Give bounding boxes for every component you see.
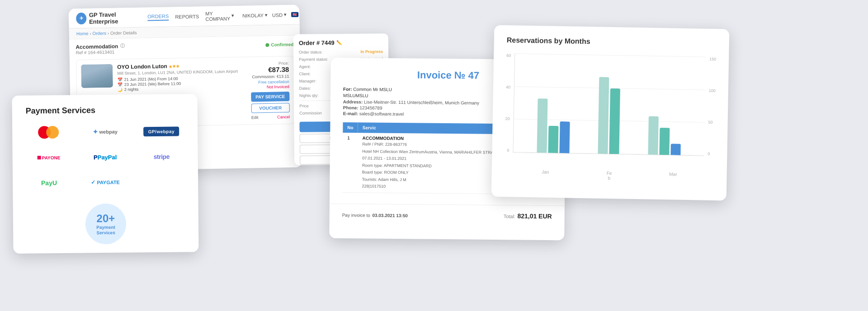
row-no: 1 bbox=[342, 133, 358, 192]
hotel-dates: 📅 21 Jun 2021 (Mo) From 14:00 📅 23 Jun 2… bbox=[118, 75, 246, 92]
webpay-logo: ✦ webpay bbox=[82, 123, 128, 141]
flag-icon: 🇬🇧 bbox=[291, 12, 298, 17]
nav-links: ORDERS REPORTS MY COMPANY ▾ bbox=[147, 10, 234, 23]
bar-jan-teal bbox=[548, 126, 558, 153]
x-label-jan: Jan bbox=[513, 169, 577, 180]
dates-label: Dates: bbox=[299, 86, 311, 91]
webpay-star-icon: ✦ bbox=[92, 128, 98, 135]
chart-bars-area bbox=[513, 53, 706, 156]
gp-webpay-text: GP/webpay bbox=[144, 126, 179, 136]
chart-y-right: 150 100 50 0 bbox=[704, 57, 716, 156]
bar-feb-teal-light bbox=[598, 77, 609, 154]
hotel-info: OYO London Luton ★★★ Mill Street, 1, Lon… bbox=[117, 62, 246, 98]
hotel-image bbox=[81, 64, 113, 88]
invoice-pay-by: Pay invoice to 03.03.2021 13:50 bbox=[342, 210, 408, 218]
invoice-total: Total: 821,01 EUR bbox=[504, 212, 552, 220]
x-label-mar: Mar bbox=[641, 171, 705, 182]
order-status-row: Order status: In Progress bbox=[299, 49, 383, 55]
col-no: No bbox=[343, 122, 358, 133]
confirmed-dot bbox=[265, 43, 269, 46]
payment-status-label: Payment status: bbox=[299, 57, 328, 62]
for-name: Common Mr MSLU bbox=[353, 87, 392, 92]
app-name: GP Travel Enterprise bbox=[89, 10, 140, 25]
price-value: €87.38 bbox=[250, 65, 289, 74]
nav-right: NIKOLAY ▾ USD ▾ 🇬🇧 ENG ▾ bbox=[242, 11, 302, 19]
invoice-footer: Pay invoice to 03.03.2021 13:50 Total: 8… bbox=[330, 203, 565, 227]
nights-label: Nights qty: bbox=[299, 93, 319, 97]
breadcrumb-orders[interactable]: Orders bbox=[92, 31, 106, 36]
for-company: MSLUMSLU bbox=[343, 93, 368, 98]
x-label-feb: Feb bbox=[577, 170, 642, 181]
breadcrumb-home[interactable]: Home bbox=[76, 31, 89, 36]
not-invoiced: Not Invoiced bbox=[251, 84, 289, 89]
free-cancellation: Free cancellation bbox=[250, 79, 289, 84]
order-status-value: In Progress bbox=[361, 49, 383, 54]
mc-orange-circle bbox=[46, 126, 59, 139]
mastercard-logo bbox=[26, 124, 71, 141]
payone-text: PAYONE bbox=[42, 155, 61, 160]
voucher-button[interactable]: VOUCHER bbox=[251, 103, 290, 113]
for-label: For: bbox=[343, 87, 352, 92]
paygate-check-icon: ✓ bbox=[91, 179, 95, 186]
paypal-text: PPayPal bbox=[94, 153, 117, 160]
info-icon: ⓘ bbox=[120, 43, 125, 49]
payone-icon bbox=[38, 156, 41, 159]
price-label: Price bbox=[299, 104, 309, 108]
section-title: Accommodation ⓘ bbox=[75, 43, 125, 50]
twenty-plus-circle: 20+ PaymentServices bbox=[85, 204, 127, 245]
chart-card: Reservations by Months 60 40 20 0 bbox=[491, 25, 730, 200]
edit-link[interactable]: Edit bbox=[251, 115, 259, 120]
hotel-price-col: Price: €87.38 Commission: €13.11 Free ca… bbox=[250, 61, 290, 120]
chart-group-feb bbox=[598, 77, 621, 154]
payu-logo: PayU bbox=[26, 174, 72, 192]
client-label: Client: bbox=[299, 72, 311, 76]
stripe-text: stripe bbox=[154, 153, 170, 160]
webpay-text: webpay bbox=[99, 129, 117, 135]
order-status-label: Order status: bbox=[299, 50, 322, 54]
payment-title: Payment Services bbox=[26, 105, 184, 116]
payment-logos-grid: ✦ webpay GP/webpay PAYONE PPayPal stripe bbox=[26, 122, 185, 245]
order-title: Order # 7449 ✏️ bbox=[299, 39, 383, 46]
hotel-address: Mill Street, 1, London, LU1 2NA, UNITED … bbox=[117, 69, 246, 76]
edit-order-icon[interactable]: ✏️ bbox=[336, 40, 342, 45]
bar-jan-teal-light bbox=[537, 98, 547, 153]
twenty-plus-number: 20+ bbox=[96, 212, 115, 225]
cancel-link[interactable]: Cancel bbox=[277, 115, 290, 119]
edit-cancel-row: Edit Cancel bbox=[251, 115, 290, 120]
chart-title: Reservations by Months bbox=[507, 36, 717, 48]
bar-mar-teal bbox=[660, 128, 670, 155]
twenty-plus-label: PaymentServices bbox=[96, 225, 115, 236]
paygate-logo: ✓ PAYGATE bbox=[83, 174, 128, 191]
pay-service-button[interactable]: PAY SERVICE bbox=[251, 92, 290, 102]
nav-currency[interactable]: USD ▾ bbox=[272, 12, 287, 18]
stripe-logo: stripe bbox=[139, 148, 184, 165]
chart-group-mar bbox=[648, 116, 681, 155]
chart-area: 60 40 20 0 bbox=[505, 53, 716, 170]
breadcrumb-current: Order Details bbox=[110, 30, 137, 36]
payment-card: Payment Services ✦ webpay GP/webpay PAYO… bbox=[12, 94, 198, 254]
app-logo: ✈ GP Travel Enterprise bbox=[76, 10, 140, 25]
agent-label: Agent: bbox=[299, 65, 311, 69]
gp-webpay-logo: GP/webpay bbox=[138, 122, 184, 140]
bar-feb-teal bbox=[609, 88, 621, 154]
nav-nikolay[interactable]: NIKOLAY ▾ bbox=[242, 12, 268, 19]
hotel-stars: ★★★ bbox=[169, 64, 179, 69]
ref-number: Ref # 164-4613401 bbox=[76, 49, 125, 55]
commission: Commission: €13.11 bbox=[250, 74, 289, 79]
confirmed-badge: Confirmed bbox=[265, 42, 293, 47]
bar-jan-blue bbox=[559, 121, 570, 153]
nav-my-company[interactable]: MY COMPANY ▾ bbox=[205, 10, 234, 22]
bar-mar-teal-light bbox=[648, 116, 659, 154]
manager-label: Manager: bbox=[299, 79, 316, 83]
chart-group-jan bbox=[537, 98, 570, 153]
nav-reports[interactable]: REPORTS bbox=[175, 14, 199, 19]
commission-label: Commission bbox=[299, 111, 322, 115]
paygate-text: PAYGATE bbox=[97, 180, 120, 185]
payone-logo: PAYONE bbox=[26, 149, 72, 167]
nav-language[interactable]: 🇬🇧 ENG ▾ bbox=[291, 11, 302, 18]
nav-orders[interactable]: ORDERS bbox=[147, 13, 169, 21]
payu-text: PayU bbox=[41, 179, 57, 186]
bar-mar-blue bbox=[671, 144, 681, 155]
paypal-logo: PPayPal bbox=[82, 149, 128, 166]
logo-icon: ✈ bbox=[76, 12, 86, 24]
